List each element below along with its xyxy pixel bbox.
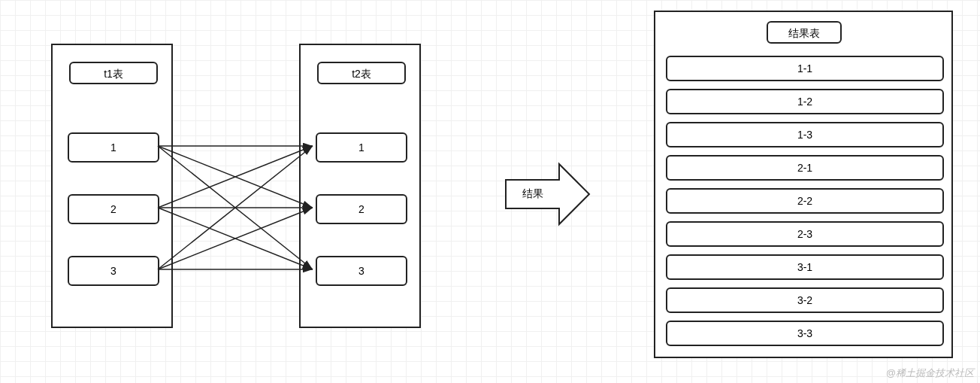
t2-row: 2 [316,194,407,224]
t2-row: 3 [316,256,407,286]
t2-row: 1 [316,132,407,163]
svg-line-7 [158,208,313,269]
watermark: @稀土掘金技术社区 [886,366,974,380]
result-arrow: 结果 [505,179,559,209]
svg-line-1 [158,146,313,208]
result-row: 3-3 [666,321,944,346]
svg-marker-9 [559,164,589,224]
svg-line-5 [158,208,313,269]
t1-row: 2 [68,194,159,224]
svg-line-3 [158,146,313,208]
result-row: 3-1 [666,254,944,280]
result-row: 2-2 [666,188,944,214]
t1-row: 3 [68,256,159,286]
t1-row: 1 [68,132,159,163]
t1-title: t1表 [69,62,158,84]
t2-table: t2表 123 [299,44,421,328]
result-arrow-label: 结果 [522,187,543,201]
result-table: 结果表 1-11-21-32-12-22-33-13-23-3 [654,11,953,358]
result-title: 结果表 [767,21,842,44]
result-row: 2-3 [666,221,944,247]
result-row: 3-2 [666,287,944,313]
t2-title: t2表 [317,62,406,84]
result-row: 2-1 [666,155,944,181]
t1-table: t1表 123 [51,44,173,328]
result-row: 1-2 [666,89,944,114]
result-row: 1-3 [666,122,944,147]
svg-line-6 [158,146,313,269]
svg-line-2 [158,146,313,269]
result-row: 1-1 [666,56,944,81]
